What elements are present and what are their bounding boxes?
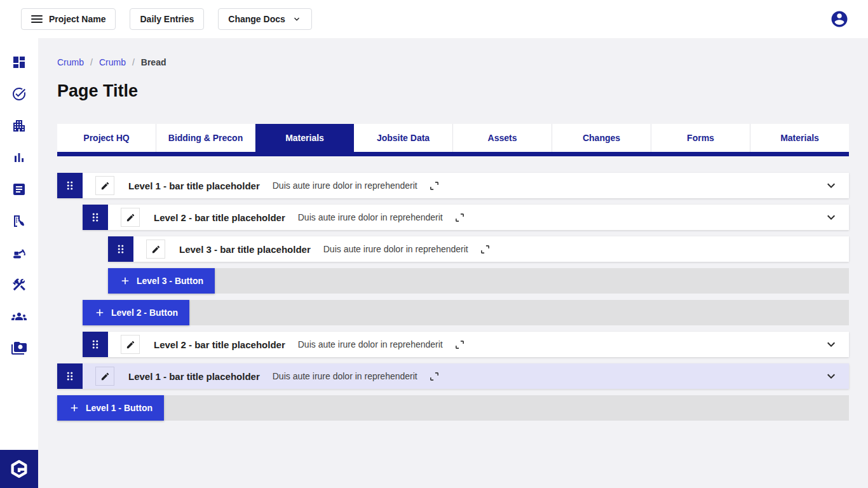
open-in-full-icon[interactable] [454,339,465,350]
drag-handle-icon[interactable] [83,332,108,357]
reports-chart-icon[interactable] [11,150,27,165]
open-in-full-icon[interactable] [429,180,440,191]
change-docs-label: Change Docs [228,14,285,24]
tab-jobsite-data[interactable]: Jobsite Data [354,124,453,152]
level-2-button-row: Level 2 - Button [83,300,849,325]
edit-pencil-button[interactable] [95,367,114,386]
project-name-label: Project Name [49,14,105,24]
plus-icon [69,402,80,414]
breadcrumb-current: Bread [141,57,166,67]
breadcrumb-separator: / [132,57,135,67]
page-title: Page Title [57,81,849,101]
plus-icon [94,307,105,318]
tab-materials-active[interactable]: Materials [255,124,354,152]
open-in-full-icon[interactable] [480,244,491,255]
breadcrumb-link-2[interactable]: Crumb [99,57,126,67]
tab-materials-2[interactable]: Materials [750,124,849,152]
pencil-icon [100,372,110,381]
breadcrumb-link-1[interactable]: Crumb [57,57,84,67]
add-level-1-button[interactable]: Level 1 - Button [57,395,164,421]
tab-changes[interactable]: Changes [552,124,651,152]
add-level-3-label: Level 3 - Button [137,276,203,286]
media-library-icon[interactable] [11,341,27,356]
bar-description: Duis aute irure dolor in reprehenderit [273,371,417,381]
pencil-icon [126,213,135,222]
tab-bar: Project HQ Bidding & Precon Materials Jo… [57,124,849,152]
bar-description: Duis aute irure dolor in reprehenderit [298,212,443,222]
drag-handle-icon[interactable] [57,363,83,389]
daily-entries-button[interactable]: Daily Entries [130,8,204,30]
equipment-excavator-icon[interactable] [11,245,27,261]
nested-bars-list: Level 1 - bar title placeholder Duis aut… [57,173,849,421]
daily-entries-label: Daily Entries [140,14,194,24]
bar-title: Level 1 - bar title placeholder [128,371,260,382]
tab-bidding-precon[interactable]: Bidding & Precon [156,124,255,152]
chevron-down-icon[interactable] [824,337,839,352]
change-docs-dropdown[interactable]: Change Docs [218,8,311,30]
add-level-1-label: Level 1 - Button [86,403,153,413]
edit-pencil-button[interactable] [121,335,140,354]
bar-description: Duis aute irure dolor in reprehenderit [323,244,468,254]
contacts-directory-icon[interactable] [11,214,27,229]
tab-forms[interactable]: Forms [651,124,750,152]
drag-handle-icon[interactable] [83,205,108,230]
breadcrumb-separator: / [90,57,93,67]
bar-description: Duis aute irure dolor in reprehenderit [273,180,417,191]
tab-underline [57,152,849,156]
level-1-bar[interactable]: Level 1 - bar title placeholder Duis aut… [57,173,849,198]
open-in-full-icon[interactable] [429,371,440,382]
top-bar: Project Name Daily Entries Change Docs [0,0,868,38]
menu-icon [31,15,43,23]
chevron-down-icon[interactable] [824,210,839,225]
tab-project-hq[interactable]: Project HQ [57,124,156,152]
bar-title: Level 3 - bar title placeholder [179,244,311,255]
level-1-bar-highlighted[interactable]: Level 1 - bar title placeholder Duis aut… [57,363,849,389]
pencil-icon [100,181,110,191]
edit-pencil-button[interactable] [95,176,114,195]
level-3-button-row: Level 3 - Button [108,268,849,294]
level-2-bar[interactable]: Level 2 - bar title placeholder Duis aut… [83,205,849,230]
dashboard-icon[interactable] [11,55,27,70]
level-3-bar[interactable]: Level 3 - bar title placeholder Duis aut… [108,236,849,262]
pencil-icon [151,245,161,254]
add-level-2-label: Level 2 - Button [111,308,178,318]
project-name-button[interactable]: Project Name [21,8,116,30]
documents-icon[interactable] [11,182,27,197]
drag-handle-icon[interactable] [57,173,83,198]
tab-assets[interactable]: Assets [453,124,552,152]
main-content: Crumb / Crumb / Bread Page Title Project… [38,38,868,488]
chevron-down-icon[interactable] [824,178,839,193]
level-2-bar[interactable]: Level 2 - bar title placeholder Duis aut… [83,332,849,357]
sidebar-nav [0,38,38,450]
tasks-check-icon[interactable] [11,86,27,102]
chevron-down-icon[interactable] [824,369,839,384]
plus-icon [119,275,131,287]
edit-pencil-button[interactable] [146,240,165,259]
drag-handle-icon[interactable] [108,236,133,262]
edit-pencil-button[interactable] [121,208,140,227]
add-level-3-button[interactable]: Level 3 - Button [108,268,215,294]
open-in-full-icon[interactable] [454,212,465,223]
app-logo-hexagon [8,458,30,480]
level-1-button-row: Level 1 - Button [57,395,849,421]
bar-title: Level 2 - bar title placeholder [154,212,285,223]
pencil-icon [126,340,135,349]
account-circle-icon[interactable] [830,10,849,29]
tools-icon[interactable] [11,277,27,292]
chevron-down-icon [292,14,302,24]
add-level-2-button[interactable]: Level 2 - Button [83,300,189,325]
crew-icon[interactable] [11,309,27,324]
breadcrumb: Crumb / Crumb / Bread [57,57,849,67]
company-building-icon[interactable] [11,118,27,133]
topbar-button-group: Project Name Daily Entries Change Docs [21,8,312,30]
bar-title: Level 2 - bar title placeholder [154,339,285,350]
bar-description: Duis aute irure dolor in reprehenderit [298,339,443,349]
app-logo[interactable] [0,450,38,488]
bar-title: Level 1 - bar title placeholder [128,180,260,191]
